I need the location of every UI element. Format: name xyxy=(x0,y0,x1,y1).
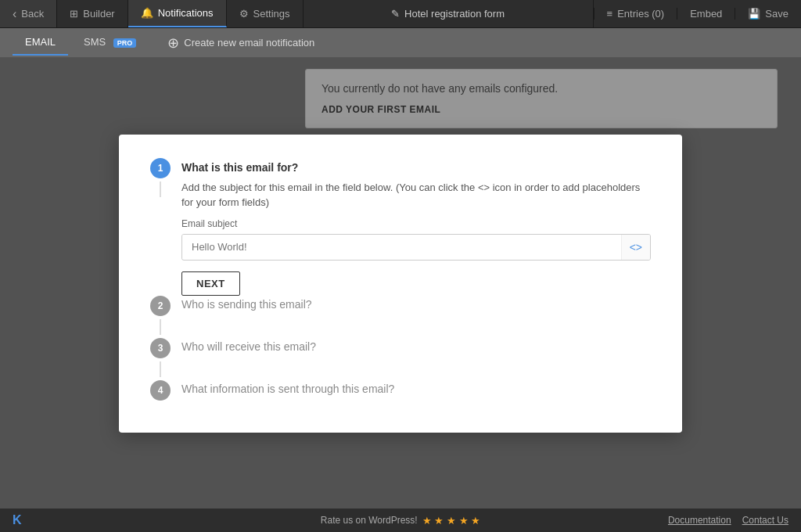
embed-button[interactable]: Embed xyxy=(677,8,735,20)
step-1-circle: 1 xyxy=(150,158,171,178)
step-2-content: Who is sending this email? xyxy=(181,296,651,317)
step-4-circle: 4 xyxy=(150,380,171,401)
bell-icon: 🔔 xyxy=(141,7,153,19)
plus-icon: ⊕ xyxy=(167,34,179,52)
save-button[interactable]: 💾 Save xyxy=(735,8,801,20)
code-icon[interactable]: <> xyxy=(621,235,650,260)
footer-right: Documentation Contact Us xyxy=(668,515,788,526)
email-tab[interactable]: EMAIL xyxy=(13,30,68,56)
form-title: ✎ Hotel registration form xyxy=(304,0,594,27)
contact-us-link[interactable]: Contact Us xyxy=(742,515,788,526)
settings-label: Settings xyxy=(253,8,290,20)
modal: 1 What is this email for? Add the subjec… xyxy=(119,135,682,433)
step-1: 1 What is this email for? Add the subjec… xyxy=(150,158,651,296)
modal-overlay: 1 What is this email for? Add the subjec… xyxy=(0,58,801,509)
entries-label: Entries (0) xyxy=(617,8,664,20)
step-4-content: What information is sent through this em… xyxy=(181,380,651,401)
step-2-line xyxy=(160,319,161,335)
notifications-label: Notifications xyxy=(158,7,214,19)
step-1-title: What is this email for? xyxy=(181,158,651,174)
back-button[interactable]: Back xyxy=(0,0,57,27)
email-subject-input-row: <> xyxy=(181,234,651,261)
email-subject-input[interactable] xyxy=(182,235,621,259)
create-new-button[interactable]: ⊕ Create new email notification xyxy=(155,28,327,58)
top-nav: Back ⊞ Builder 🔔 Notifications ⚙ Setting… xyxy=(0,0,801,28)
step-1-line xyxy=(160,182,161,197)
stars: ★ ★ ★ ★ ★ xyxy=(422,515,480,527)
settings-tab[interactable]: ⚙ Settings xyxy=(227,0,304,27)
step-3-connector: 3 xyxy=(150,338,171,380)
step-1-expanded: Add the subject for this email in the fi… xyxy=(181,180,651,296)
step-3: 3 Who will receive this email? xyxy=(150,338,651,380)
step-1-content: What is this email for? Add the subject … xyxy=(181,158,651,296)
step-4: 4 What information is sent through this … xyxy=(150,380,651,401)
builder-icon: ⊞ xyxy=(70,8,78,20)
back-icon xyxy=(13,7,16,21)
step-3-line xyxy=(160,361,161,377)
back-label: Back xyxy=(21,8,44,20)
step-4-connector: 4 xyxy=(150,380,171,401)
builder-tab[interactable]: ⊞ Builder xyxy=(57,0,128,27)
pro-badge: PRO xyxy=(113,38,137,48)
next-button[interactable]: NEXT xyxy=(181,271,240,296)
save-label: Save xyxy=(765,8,788,20)
entries-icon: ≡ xyxy=(607,8,613,20)
step-2: 2 Who is sending this email? xyxy=(150,296,651,338)
step-1-description: Add the subject for this email in the fi… xyxy=(181,180,651,210)
rate-text: Rate us on WordPress! xyxy=(321,515,418,526)
step-3-content: Who will receive this email? xyxy=(181,338,651,359)
footer-center: Rate us on WordPress! ★ ★ ★ ★ ★ xyxy=(321,515,480,527)
builder-label: Builder xyxy=(83,8,114,20)
notifications-tab[interactable]: 🔔 Notifications xyxy=(128,0,227,27)
k-logo: K xyxy=(13,513,22,527)
step-2-title: Who is sending this email? xyxy=(181,296,651,311)
sms-tab[interactable]: SMS PRO xyxy=(71,30,149,56)
step-1-connector: 1 xyxy=(150,158,171,200)
step-2-connector: 2 xyxy=(150,296,171,338)
step-2-circle: 2 xyxy=(150,296,171,316)
pencil-icon: ✎ xyxy=(391,8,400,20)
entries-button[interactable]: ≡ Entries (0) xyxy=(594,8,677,20)
nav-right: ≡ Entries (0) Embed 💾 Save xyxy=(594,8,801,20)
documentation-link[interactable]: Documentation xyxy=(668,515,731,526)
save-icon: 💾 xyxy=(748,8,760,20)
sub-nav: EMAIL SMS PRO ⊕ Create new email notific… xyxy=(0,28,801,58)
email-subject-label: Email subject xyxy=(181,218,651,229)
footer-left: K xyxy=(13,513,22,527)
step-3-title: Who will receive this email? xyxy=(181,338,651,353)
gear-icon: ⚙ xyxy=(239,8,249,20)
footer: K Rate us on WordPress! ★ ★ ★ ★ ★ Docume… xyxy=(0,509,801,532)
embed-label: Embed xyxy=(690,8,722,20)
step-3-circle: 3 xyxy=(150,338,171,358)
step-4-title: What information is sent through this em… xyxy=(181,380,651,395)
